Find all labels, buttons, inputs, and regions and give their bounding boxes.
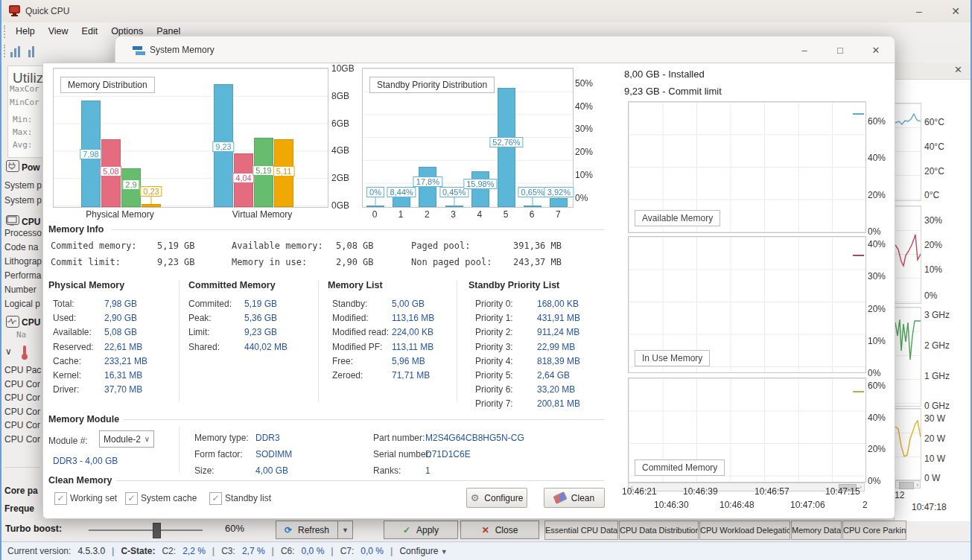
menu-edit[interactable]: Edit [75,22,105,36]
label-connector [454,197,454,206]
turbo-slider-track[interactable] [89,529,203,531]
bar-value-label: 3,92% [544,187,574,197]
stat-value: 5,00 GB [392,299,425,309]
time-tick: 10:47:18 [912,502,947,512]
sidebar-item: Number [4,284,36,295]
time-tick-partial: 12 [895,490,904,500]
x-category-label: Physical Memory [86,209,153,220]
panel-close-icon[interactable]: ✕ [954,64,962,75]
tab-cpu-workload-delegation[interactable]: CPU Workload Delegation [699,521,790,540]
stat-value: 16,31 MB [104,370,142,381]
panel-y-tick: 0% [924,290,937,301]
configure-menu[interactable]: Configure ▼ [399,546,447,556]
minimize-button[interactable]: – [906,2,932,20]
panel-y-tick: 20% [924,240,942,250]
dialog-maximize-button[interactable]: □ [828,42,853,59]
stat-label: Modified: [332,313,369,323]
tab-memory-data[interactable]: Memory Data [791,521,842,540]
window-title: Quick CPU [25,6,69,16]
memory-info-value: 5,08 GB [336,241,374,251]
separator: | [272,546,274,556]
eraser-icon [553,491,567,504]
power-section-heading: Pow [22,162,40,173]
apply-button[interactable]: ✓ Apply [384,521,458,539]
stat-label: Peak: [188,313,212,323]
chart-icon[interactable] [10,45,24,57]
panel-y-tick: 60°C [924,117,944,127]
refresh-icon: ⟳ [285,525,292,535]
chevron-down-icon: ∨ [144,435,150,443]
bar-series-4 [142,204,161,207]
scroll-right-arrow[interactable]: › [916,481,918,489]
dialog-close-button[interactable]: ✕ [863,42,889,59]
separator: | [212,546,215,556]
menu-options[interactable]: Options [104,22,150,36]
panel-y-tick: 0 GHz [924,401,950,411]
y-tick: 20% [868,444,886,454]
y-tick: 40% [868,413,886,423]
turbo-slider-thumb[interactable] [153,523,161,538]
checkbox-working-set[interactable]: ✓ [54,492,67,505]
checkbox-system-cache[interactable]: ✓ [125,492,138,505]
stat-label: Standby: [332,299,367,309]
stat-label: Limit: [188,327,210,337]
toolbar-drag-handle[interactable] [4,45,5,57]
x-category-label: 5 [504,209,509,220]
refresh-button[interactable]: ⟳ Refresh [276,521,338,539]
y-tick: 60% [868,116,886,127]
module-field-label: Size: [194,465,215,476]
menu-help[interactable]: Help [9,22,42,36]
stat-label: Priority 3: [475,342,513,352]
stat-value: 33,20 MB [537,384,575,395]
memory-info-value: 2,90 GB [336,257,374,267]
column-heading: Standby Priority List [468,280,559,290]
sidebar-item: Code na [4,242,38,252]
module-field-value: DDR3 [255,433,280,443]
chart-icon[interactable] [28,45,42,57]
column-divider [318,281,319,401]
system-memory-dialog: System Memory – □ ✕ Memory Distribution … [42,36,895,519]
stat-value: 37,70 MB [104,384,142,395]
module-field-value: M2S4G64CB8HG5N-CG [425,433,524,443]
maxcore-label: MaxCor [10,84,39,94]
quick-cpu-window: Quick CPU – ✕ HelpViewEditOptionsPanel U… [0,0,972,560]
tab-cpu-data-distribution[interactable]: CPU Data Distribution [619,521,699,540]
scrollbar-thumb[interactable] [899,482,914,489]
tab-cpu-core-parking[interactable]: CPU Core Parking [842,521,906,540]
y-tick: 4GB [331,145,349,156]
bar-value-label: 2,9 [122,179,139,190]
power-chart-sliver [895,408,921,480]
stat-value: 113,11 MB [392,342,433,352]
y-tick: 20% [575,147,593,157]
stat-value: 9,23 GB [244,327,277,337]
stat-value: 440,02 MB [244,342,288,352]
commited-memory-chart: Commited Memory [628,378,866,483]
clean-button[interactable]: Clean [544,488,605,508]
close-button[interactable]: ✕ [943,2,968,20]
stat-label: Total: [53,299,74,309]
panel-y-tick: 40°C [924,141,944,152]
system-memory-icon [133,46,145,55]
separator: | [331,546,333,556]
label-connector [375,197,376,206]
dialog-minimize-button[interactable]: – [792,42,817,59]
configure-button[interactable]: ⚙ Configure [466,488,527,508]
menu-panel[interactable]: Panel [150,22,187,36]
horizontal-scrollbar[interactable]: › [895,480,921,489]
stat-label: Priority 0: [475,299,513,309]
checkbox-standby-list[interactable]: ✓ [209,492,222,505]
tab-essential-cpu-data[interactable]: Essential CPU Data [544,521,618,540]
stat-label: Commited: [188,299,232,309]
close-window-button[interactable]: ✕ Close [460,521,539,539]
menu-drag-handle[interactable] [4,25,5,38]
module-select[interactable]: Module-2 ∨ [99,430,154,448]
cpu-section-heading: CPU [22,217,40,227]
menu-view[interactable]: View [42,22,75,36]
stat-value: 71,71 MB [392,370,430,381]
refresh-dropdown-button[interactable]: ▼ [337,521,353,539]
stat-label: Used: [53,313,76,323]
chart-legend: Memory Distribution [60,77,155,93]
sensor-row: CPU Cor [4,434,40,445]
x-category-label: 0 [372,209,378,220]
panel-y-tick: 30 W [924,413,945,424]
